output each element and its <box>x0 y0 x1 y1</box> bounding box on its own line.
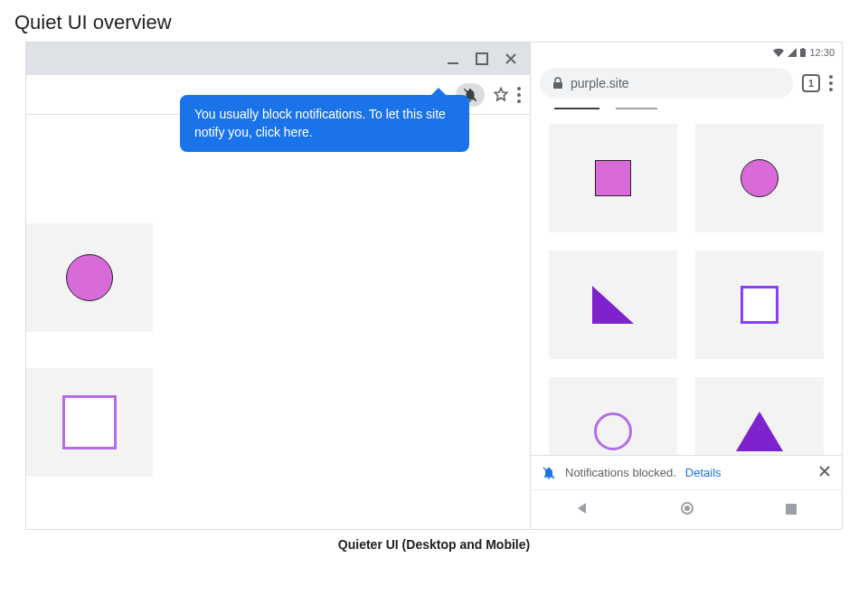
maximize-button[interactable] <box>476 52 488 65</box>
wifi-icon <box>773 48 784 57</box>
mobile-panel: 12:30 purple.site 1 <box>531 43 842 529</box>
omnibox-row: purple.site 1 <box>531 62 842 108</box>
back-icon <box>576 502 589 515</box>
content-card <box>549 124 677 232</box>
svg-rect-0 <box>448 62 458 64</box>
close-button[interactable] <box>505 52 517 65</box>
svg-rect-9 <box>786 504 797 515</box>
tab-indicator-active[interactable] <box>554 108 599 109</box>
star-icon <box>492 86 510 104</box>
browser-menu-button[interactable] <box>517 87 521 103</box>
purple-circle-outline-icon <box>594 412 632 450</box>
nav-recent-button[interactable] <box>786 502 797 518</box>
figure-wrap: You usually block notifications. To let … <box>25 42 843 530</box>
battery-icon <box>800 48 806 57</box>
tab-indicator[interactable] <box>616 108 657 109</box>
lock-icon <box>552 77 563 90</box>
content-card <box>695 124 824 232</box>
pink-square-icon <box>595 160 631 196</box>
content-card <box>695 251 824 359</box>
mobile-statusbar: 12:30 <box>531 43 842 62</box>
desktop-panel: You usually block notifications. To let … <box>26 43 531 529</box>
page-title: Quiet UI overview <box>0 0 868 42</box>
notification-snackbar: Notifications blocked. Details <box>531 455 842 489</box>
menu-icon <box>517 87 521 103</box>
content-card <box>26 223 153 332</box>
bell-off-icon <box>542 466 556 480</box>
home-icon <box>680 501 694 516</box>
recent-icon <box>786 504 797 515</box>
desktop-content <box>26 115 530 529</box>
address-bar[interactable]: purple.site <box>540 68 793 99</box>
close-icon <box>818 465 831 478</box>
content-tabs <box>531 108 842 115</box>
purple-square-outline-icon <box>62 395 117 449</box>
desktop-sidebar <box>26 115 171 529</box>
close-icon <box>505 52 517 65</box>
svg-point-8 <box>684 506 690 511</box>
notification-tooltip[interactable]: You usually block notifications. To let … <box>180 95 469 152</box>
minimize-icon <box>447 52 459 65</box>
mobile-menu-button[interactable] <box>829 75 833 91</box>
figure-caption: Quieter UI (Desktop and Mobile) <box>0 537 868 552</box>
nav-back-button[interactable] <box>576 502 589 518</box>
content-card <box>549 377 677 455</box>
nav-home-button[interactable] <box>680 501 694 519</box>
address-bar-text: purple.site <box>571 76 629 90</box>
menu-icon <box>829 75 833 91</box>
bookmark-button[interactable] <box>492 86 510 104</box>
android-navbar <box>531 489 842 529</box>
maximize-icon <box>476 52 488 65</box>
pink-circle-icon <box>741 159 778 197</box>
purple-square-outline-icon <box>741 286 778 324</box>
content-card <box>26 368 153 477</box>
svg-rect-3 <box>800 49 806 57</box>
signal-icon <box>788 48 797 57</box>
tab-switcher-button[interactable]: 1 <box>802 74 820 92</box>
svg-rect-5 <box>553 82 562 89</box>
snackbar-close-button[interactable] <box>818 465 831 480</box>
snackbar-text: Notifications blocked. <box>565 466 676 479</box>
svg-rect-1 <box>476 53 487 64</box>
snackbar-details-link[interactable]: Details <box>685 466 722 479</box>
purple-triangle-icon <box>736 412 783 451</box>
minimize-button[interactable] <box>447 52 459 65</box>
content-card <box>695 377 824 455</box>
mobile-grid <box>531 115 842 455</box>
content-card <box>549 251 677 359</box>
svg-rect-4 <box>802 48 804 49</box>
pink-circle-icon <box>66 254 113 301</box>
status-time: 12:30 <box>809 47 835 58</box>
purple-triangle-icon <box>592 286 634 324</box>
window-titlebar <box>26 43 530 75</box>
